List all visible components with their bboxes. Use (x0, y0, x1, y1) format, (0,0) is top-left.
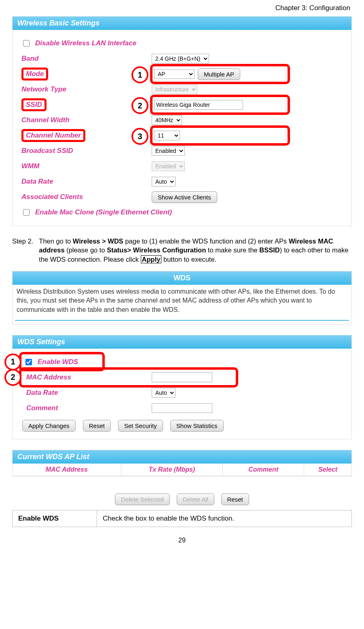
set-security-button[interactable]: Set Security (118, 420, 163, 432)
step-label: Step 2. (12, 237, 33, 264)
apply-changes-button[interactable]: Apply Changes (22, 420, 76, 432)
ssid-label: SSID (21, 98, 47, 111)
mode-label: Mode (21, 68, 48, 80)
data-rate-select[interactable]: Auto (152, 177, 176, 186)
enable-wds-checkbox[interactable] (25, 359, 32, 365)
callout-1: 1 (131, 66, 148, 83)
explain-key: Enable WDS (13, 510, 97, 527)
wds-description: Wireless Distribution System uses wirele… (13, 285, 351, 314)
ap-list-table: MAC Address Tx Rate (Mbps) Comment Selec… (13, 464, 351, 476)
delete-selected-button: Delete Selected (115, 493, 170, 505)
ssid-input[interactable] (154, 100, 243, 110)
channel-width-select[interactable]: 40MHz (152, 115, 182, 125)
multiple-ap-button[interactable]: Multiple AP (198, 68, 240, 80)
wds-settings-title: WDS Settings (13, 335, 351, 349)
page-number: 29 (12, 537, 352, 544)
wmm-label: WMM (21, 162, 39, 170)
channel-width-label: Channel Width (21, 116, 70, 124)
callout-3: 3 (131, 128, 148, 145)
comment-label: Comment (26, 404, 58, 412)
enable-wds-label: Enable WDS (38, 358, 78, 366)
wds-title: WDS (13, 271, 351, 285)
col-comment: Comment (223, 464, 304, 476)
channel-number-label: Channel Number (21, 129, 85, 142)
current-wds-ap-list-panel: Current WDS AP List MAC Address Tx Rate … (12, 450, 352, 477)
callout-w1: 1 (4, 354, 21, 371)
mode-select[interactable]: AP (154, 69, 195, 79)
chapter-header: Chapter 3: Configuration (12, 4, 352, 12)
broadcast-ssid-label: Broadcast SSID (21, 147, 73, 155)
network-type-label: Network Type (21, 85, 66, 93)
col-select: Select (304, 464, 351, 476)
channel-number-select[interactable]: 11 (154, 131, 180, 140)
assoc-clients-label: Associated Clients (21, 193, 83, 201)
ap-list-button-row: Delete Selected Delete All Reset (12, 487, 352, 508)
comment-input[interactable] (152, 403, 212, 413)
col-tx: Tx Rate (Mbps) (121, 464, 222, 476)
callout-2: 2 (131, 97, 148, 114)
mac-address-label: MAC Address (26, 373, 71, 381)
wds-header-panel: WDS Wireless Distribution System uses wi… (12, 271, 352, 324)
step-2-block: Step 2. Then go to Wireless > WDS page t… (12, 237, 352, 264)
list-reset-button[interactable]: Reset (221, 493, 249, 505)
step-text: Then go to Wireless > WDS page to (1) en… (39, 237, 352, 264)
ap-list-title: Current WDS AP List (13, 450, 351, 464)
data-rate-label: Data Rate (21, 178, 53, 185)
wds-data-rate-select[interactable]: Auto (152, 388, 176, 398)
band-select[interactable]: 2.4 GHz (B+G+N) (152, 54, 209, 64)
show-active-clients-button[interactable]: Show Active Clients (152, 191, 217, 203)
band-label: Band (21, 55, 39, 62)
callout-w2: 2 (4, 369, 21, 386)
disable-wlan-label: Disable Wireless LAN Interface (35, 39, 136, 47)
delete-all-button: Delete All (177, 493, 214, 505)
explain-table: Enable WDS Check the box to enable the W… (12, 510, 352, 527)
mac-clone-label: Enable Mac Clone (Single Ethernet Client… (35, 208, 172, 216)
show-statistics-button[interactable]: Show Statistics (170, 420, 224, 432)
wireless-basic-settings-panel: Wireless Basic Settings Disable Wireless… (12, 16, 352, 226)
broadcast-ssid-select[interactable]: Enabled (152, 146, 185, 156)
wds-data-rate-label: Data Rate (26, 389, 58, 396)
disable-wlan-checkbox[interactable] (23, 40, 30, 47)
network-type-select: Infrastructure (152, 85, 197, 94)
wds-settings-panel: WDS Settings 1 Enable WDS 2 MAC Address (12, 335, 352, 439)
col-mac: MAC Address (13, 464, 121, 476)
explain-value: Check the box to enable the WDS function… (97, 510, 352, 527)
mac-address-input[interactable] (152, 373, 212, 382)
panel-title: Wireless Basic Settings (13, 17, 351, 30)
reset-button[interactable]: Reset (83, 420, 111, 432)
wmm-select: Enabled (152, 161, 185, 171)
mac-clone-checkbox[interactable] (23, 209, 30, 216)
